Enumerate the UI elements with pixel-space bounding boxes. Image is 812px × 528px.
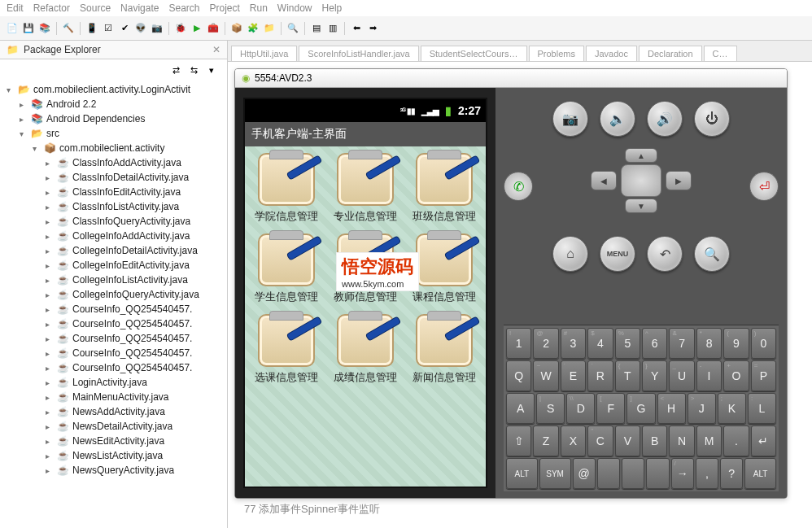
key[interactable]: *8: [696, 328, 722, 359]
tree-item[interactable]: ▸☕ClassInfoAddActivity.java: [0, 155, 227, 170]
tree-item[interactable]: ▸☕NewsListActivity.java: [0, 448, 227, 463]
key[interactable]: (9: [723, 328, 749, 359]
tree-item[interactable]: ▸☕ClassInfoQueryActivity.java: [0, 214, 227, 229]
key[interactable]: [F: [596, 393, 625, 424]
app-cell[interactable]: 班级信息管理: [407, 153, 482, 224]
app-cell[interactable]: 学生信息管理: [248, 233, 324, 304]
dpad-right[interactable]: ▶: [666, 171, 692, 190]
tree-item[interactable]: ▸☕CourseInfo_QQ254540457.: [0, 331, 227, 346]
tree-item[interactable]: ▸📚Android 2.2: [0, 97, 227, 111]
camera-icon[interactable]: 📷: [150, 21, 164, 36]
key[interactable]: )0: [751, 328, 776, 359]
key[interactable]: ?: [720, 458, 743, 489]
tree-item[interactable]: ▸📚Android Dependencies: [0, 111, 227, 126]
key[interactable]: ~W: [533, 360, 558, 391]
power-button[interactable]: ⏻: [694, 101, 730, 137]
tree-item[interactable]: ▾📦com.mobileclient.activity: [0, 141, 227, 155]
tree-item[interactable]: ▾📂src: [0, 126, 227, 141]
key[interactable]: B: [642, 425, 667, 456]
dpad-left[interactable]: ◀: [591, 171, 617, 190]
end-call-button[interactable]: ⏎: [749, 172, 779, 201]
key[interactable]: [622, 458, 644, 489]
new-icon[interactable]: 📄: [5, 21, 20, 36]
key[interactable]: ''C: [587, 425, 613, 456]
external-icon[interactable]: 🧰: [206, 21, 220, 36]
menu-item[interactable]: Run: [250, 2, 268, 14]
nav-back-icon[interactable]: ⬅: [349, 21, 364, 36]
dpad-center[interactable]: [621, 164, 661, 197]
menu-button[interactable]: MENU: [600, 236, 635, 272]
key[interactable]: ´E: [561, 360, 586, 391]
app-cell[interactable]: 学院信息管理: [248, 153, 324, 224]
key[interactable]: Z: [533, 425, 558, 456]
key[interactable]: <H: [657, 393, 686, 424]
key[interactable]: M: [696, 425, 722, 456]
key[interactable]: }Y: [642, 360, 667, 391]
tree-item[interactable]: ▸☕ClassInfoEditActivity.java: [0, 185, 227, 199]
new-pkg-icon[interactable]: 📦: [229, 21, 244, 36]
new-folder-icon[interactable]: 📁: [262, 21, 277, 36]
key[interactable]: @: [573, 458, 596, 489]
call-button[interactable]: ✆: [504, 172, 533, 201]
dpad-up[interactable]: ▲: [625, 148, 657, 163]
tree-item[interactable]: ▸☕CollegeInfoListActivity.java: [0, 273, 227, 287]
camera-button[interactable]: 📷: [552, 101, 588, 137]
key[interactable]: [597, 458, 620, 489]
key[interactable]: #3: [561, 328, 586, 359]
tab[interactable]: Problems: [529, 46, 584, 61]
app-cell[interactable]: 专业信息管理: [327, 153, 403, 224]
debug-icon[interactable]: 🐞: [173, 21, 188, 36]
menu-item[interactable]: Refactor: [33, 2, 70, 14]
key[interactable]: @2: [533, 328, 558, 359]
menu-item[interactable]: Help: [322, 2, 343, 14]
lint-icon[interactable]: ✔: [117, 21, 132, 36]
key[interactable]: `R: [587, 360, 613, 391]
key[interactable]: A: [506, 393, 535, 424]
key[interactable]: ⇧: [506, 425, 531, 456]
package-tree[interactable]: ▾📂com.mobileclient.activity.LoginActivit…: [0, 81, 227, 528]
key[interactable]: &7: [669, 328, 694, 359]
tree-item[interactable]: ▸☕CollegeInfoEditActivity.java: [0, 258, 227, 273]
link-icon[interactable]: ⇆: [186, 63, 201, 77]
menu-item[interactable]: Edit: [7, 2, 24, 14]
key[interactable]: .: [723, 425, 749, 456]
app-cell[interactable]: 成绩信息管理: [327, 314, 403, 385]
back-button[interactable]: ↶: [647, 236, 683, 272]
menu-item[interactable]: Project: [209, 2, 239, 14]
tree-item[interactable]: ▸☕CourseInfo_QQ254540457.: [0, 360, 227, 375]
key[interactable]: ]G: [626, 393, 655, 424]
key[interactable]: _U: [669, 360, 694, 391]
tree-item[interactable]: ▸☕ClassInfoListActivity.java: [0, 199, 227, 214]
tree-item[interactable]: ▸☕NewsAddActivity.java: [0, 404, 227, 419]
key[interactable]: X: [561, 425, 586, 456]
volume-up-button[interactable]: 🔊: [647, 101, 683, 137]
key[interactable]: !1: [506, 328, 531, 359]
tree-item[interactable]: ▸☕MainMenuActivity.java: [0, 390, 227, 404]
key[interactable]: N: [669, 425, 694, 456]
key[interactable]: %5: [615, 328, 640, 359]
save-all-icon[interactable]: 📚: [37, 21, 52, 36]
key[interactable]: $4: [587, 328, 613, 359]
tree-item[interactable]: ▸☕ClassInfoDetailActivity.java: [0, 170, 227, 185]
tab[interactable]: HttpUtil.java: [231, 46, 297, 61]
tree-item[interactable]: ▸☕CollegeInfoQueryActivity.java: [0, 287, 227, 302]
outline-icon[interactable]: ▤: [309, 21, 324, 36]
key[interactable]: V: [615, 425, 640, 456]
key[interactable]: |S: [536, 393, 565, 424]
key[interactable]: ↵: [751, 425, 776, 456]
key[interactable]: ,: [696, 458, 718, 489]
menu-item[interactable]: Navigate: [120, 2, 159, 14]
tree-item[interactable]: ▸☕CourseInfo_QQ254540457.: [0, 346, 227, 360]
menu-item[interactable]: Source: [80, 2, 111, 14]
dpad-down[interactable]: ▼: [625, 199, 657, 213]
tab[interactable]: Javadoc: [586, 46, 637, 61]
app-cell[interactable]: 选课信息管理: [248, 314, 324, 385]
key[interactable]: >J: [688, 393, 716, 424]
key[interactable]: +O: [723, 360, 749, 391]
wizard-icon[interactable]: 👽: [133, 21, 148, 36]
volume-down-button[interactable]: 🔈: [600, 101, 635, 137]
key[interactable]: {T: [615, 360, 640, 391]
nav-fwd-icon[interactable]: ➡: [365, 21, 380, 36]
avd-icon[interactable]: ☑: [101, 21, 116, 36]
close-icon[interactable]: ✕: [212, 44, 220, 55]
